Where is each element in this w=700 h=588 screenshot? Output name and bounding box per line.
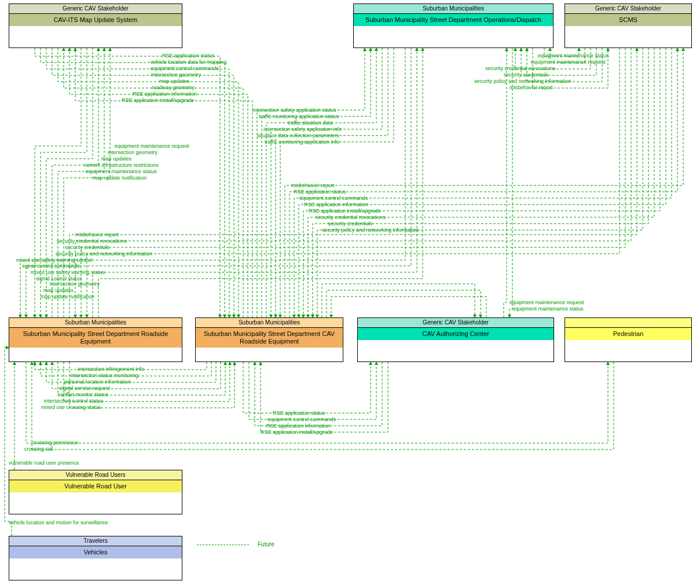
flow-equip-maint-status-1: equipment maintenance status bbox=[86, 169, 157, 174]
node-title: Suburban Municipality Street Department … bbox=[9, 328, 182, 348]
node-title: Vehicles bbox=[9, 546, 182, 558]
flow-map-updates-2: map updates bbox=[101, 156, 131, 162]
flow-rse-app-install-3: RSE application install/upgrade bbox=[261, 430, 333, 435]
node-vru[interactable]: Vulnerable Road Users Vulnerable Road Us… bbox=[9, 470, 182, 514]
flow-int-safety-info: intersection safety application info bbox=[263, 127, 342, 132]
flow-sec-policy-3: security policy and networking informati… bbox=[474, 79, 571, 84]
flow-misbehavior-3: misbehavior report bbox=[510, 85, 553, 90]
flow-rse-app-status-2: RSE application status bbox=[294, 189, 346, 195]
flow-equip-maint-status-2: equipment maintenance status bbox=[538, 53, 609, 59]
stakeholder-label: Travelers bbox=[9, 536, 182, 546]
flow-misbehavior-1: misbehavior report bbox=[291, 183, 335, 188]
node-title: SCMS bbox=[565, 14, 691, 26]
flow-rse-app-install-2: RSE application install/upgrade bbox=[309, 209, 381, 214]
node-title: CAV-ITS Map Update System bbox=[9, 14, 182, 26]
flow-sec-policy-2: security policy and networking informati… bbox=[56, 251, 152, 257]
flow-int-safety-status: intersection safety application status bbox=[252, 108, 336, 113]
node-title: Suburban Municipality Street Department … bbox=[196, 328, 343, 348]
node-title: Suburban Municipality Street Department … bbox=[354, 14, 553, 26]
flow-vru-presence: vulnerable road user presence bbox=[9, 461, 79, 466]
stakeholder-label: Generic CAV Stakeholder bbox=[358, 318, 554, 328]
flow-map-update-notif-1: map update notification bbox=[93, 176, 146, 181]
stakeholder-label: Suburban Municipalities bbox=[9, 318, 182, 328]
stakeholder-label: Vulnerable Road Users bbox=[9, 470, 182, 480]
flow-traffic-sit-data: traffic situation data bbox=[288, 120, 333, 126]
flow-mixed-use-status: mixed use safety warning status bbox=[31, 270, 105, 275]
flow-sec-policy-1: security policy and networking informati… bbox=[322, 228, 419, 233]
flow-equip-maint-status-3: equipment maintenance status bbox=[512, 306, 584, 312]
flow-equip-maint-req-2: equipment maintenance request bbox=[531, 60, 606, 65]
flow-sec-cred-revoc-2: security credential revocations bbox=[57, 239, 127, 244]
node-cav-auth[interactable]: Generic CAV Stakeholder CAV Authorizing … bbox=[357, 317, 554, 362]
flow-conflict-mon: conflict monitor status bbox=[58, 392, 108, 397]
stakeholder-label: Generic CAV Stakeholder bbox=[565, 4, 691, 14]
flow-signal-ctrl-cmds: signal control commands bbox=[22, 264, 80, 269]
flow-intersection-geom-2: intersection geometry bbox=[108, 150, 157, 155]
node-suburban-ops[interactable]: Suburban Municipalities Suburban Municip… bbox=[353, 3, 554, 48]
flow-roadway-geom: roadway geometry bbox=[152, 85, 195, 90]
flow-sec-cred-revoc-3: security credential revocations bbox=[485, 66, 555, 71]
node-vehicles[interactable]: Travelers Vehicles bbox=[9, 536, 182, 580]
flow-crossing-perm: crossing permission bbox=[32, 440, 79, 445]
node-title: Pedestrian bbox=[565, 328, 691, 340]
flow-curr-infra-restrict: current infrastructure restrictions bbox=[84, 163, 159, 168]
node-cav-its-map[interactable]: Generic CAV Stakeholder CAV-ITS Map Upda… bbox=[9, 3, 182, 48]
flow-misbehavior-2: misbehavior report bbox=[75, 232, 119, 238]
flow-equip-ctrl-cmds-2: equipment control commands bbox=[299, 196, 368, 201]
flow-mixed-use-cross: mixed use crossing status bbox=[41, 405, 101, 410]
flow-sec-creds-1: security credentials bbox=[328, 221, 372, 227]
flow-vehicle-loc-mapping: vehicle location data for mapping bbox=[151, 60, 227, 65]
flow-equip-ctrl-cmds-1: equipment control commands bbox=[151, 66, 219, 71]
flow-map-updates-3: map updates bbox=[43, 288, 74, 293]
flow-equip-maint-req-1: equipment maintenance request bbox=[115, 144, 189, 149]
stakeholder-label: Suburban Municipalities bbox=[354, 4, 553, 14]
flow-sec-cred-revoc-1: security credential revocations bbox=[316, 215, 386, 220]
flow-int-status-mon: intersection status monitoring bbox=[71, 373, 138, 378]
flow-map-updates-1: map updates bbox=[159, 79, 189, 84]
flow-traffic-mon-info: traffic monitoring application info bbox=[265, 140, 339, 145]
stakeholder-label bbox=[565, 318, 691, 328]
flow-pers-loc-info: personal location information bbox=[64, 379, 131, 385]
flow-map-update-notif-2: map update notification bbox=[41, 294, 94, 300]
stakeholder-label: Generic CAV Stakeholder bbox=[9, 4, 182, 14]
flow-crossing-call: crossing call bbox=[24, 447, 53, 452]
flow-vehicle-loc-surv: vehicle location and motion for surveill… bbox=[9, 520, 108, 525]
flow-int-infringe: intersection infringement info bbox=[78, 367, 144, 372]
node-scms[interactable]: Generic CAV Stakeholder SCMS bbox=[565, 3, 692, 48]
flow-sec-creds-3: security credentials bbox=[504, 72, 548, 78]
node-cav-roadside[interactable]: Suburban Municipalities Suburban Municip… bbox=[195, 317, 343, 362]
flow-intersection-geom-1: intersection geometry bbox=[151, 72, 201, 78]
flow-traffic-mon-status: traffic monitoring application status bbox=[259, 114, 339, 119]
flow-int-ctrl-status: intersection control status bbox=[44, 399, 103, 404]
flow-sig-svc-req: signal service request bbox=[60, 386, 110, 391]
flow-rse-app-info-1: RSE application information bbox=[133, 92, 197, 97]
node-title: Vulnerable Road User bbox=[9, 480, 182, 492]
flow-mixed-use-ctrl: mixed use safety warning control bbox=[16, 258, 92, 263]
node-roadside-equip[interactable]: Suburban Municipalities Suburban Municip… bbox=[9, 317, 182, 362]
node-pedestrian[interactable]: Pedestrian bbox=[565, 317, 692, 362]
flow-rse-app-info-3: RSE application information bbox=[266, 423, 331, 429]
flow-equip-maint-req-3: equipment maintenance request bbox=[510, 300, 584, 305]
stakeholder-label: Suburban Municipalities bbox=[196, 318, 343, 328]
flow-sit-data-params: situation data collection parameters bbox=[257, 133, 339, 138]
flow-sec-creds-2: security credentials bbox=[65, 245, 109, 250]
flow-intersection-geom-3: intersection geometry bbox=[50, 282, 100, 287]
flow-rse-app-status-3: RSE application status bbox=[273, 411, 325, 416]
flow-rse-app-info-2: RSE application information bbox=[304, 202, 368, 207]
node-title: CAV Authorizing Center bbox=[358, 328, 554, 340]
flow-rse-app-status-1: RSE application status bbox=[162, 53, 215, 59]
flow-equip-ctrl-cmds-3: equipment control commands bbox=[267, 417, 336, 422]
legend-future-text: Future bbox=[258, 541, 274, 547]
flow-rse-app-install-1: RSE application install/upgrade bbox=[122, 98, 194, 103]
legend-future-line bbox=[197, 545, 249, 545]
